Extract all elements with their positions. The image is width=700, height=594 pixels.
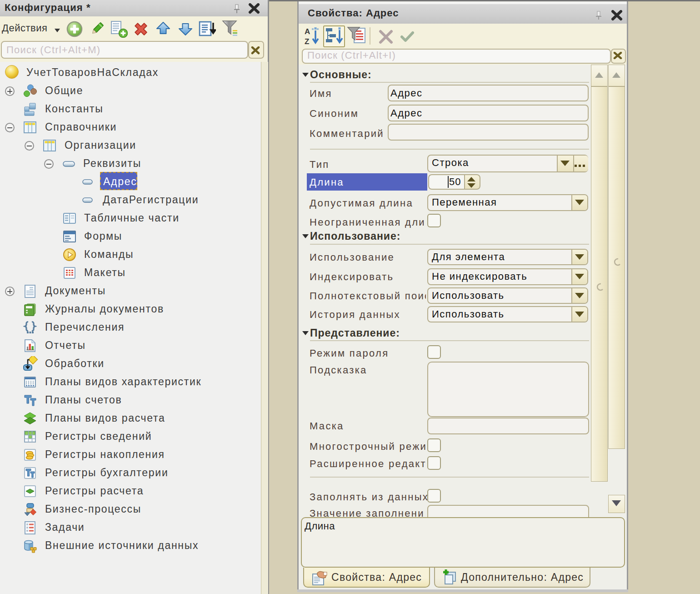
svg-text:A: A [305,27,310,36]
svg-text:Z: Z [305,37,309,46]
